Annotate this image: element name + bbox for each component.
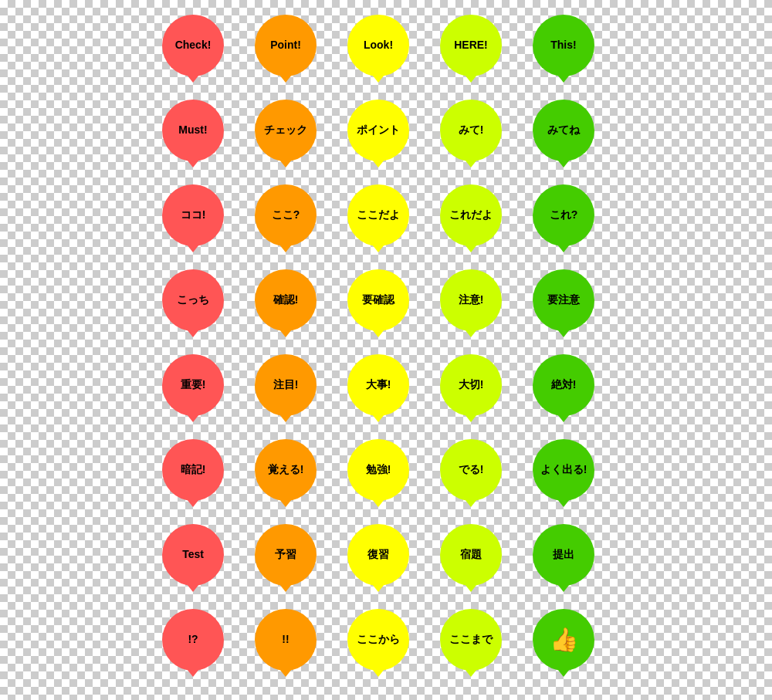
bubble-16: 確認! [255,269,317,331]
bubble-26: 覚える! [255,439,317,501]
bubble-22: 大事! [347,354,409,416]
bubble-15: こっち [162,269,224,331]
bubble-24: 絶対! [533,354,594,416]
bubble-2: Look! [347,15,409,76]
bubble-9: みてね [533,100,594,161]
bubble-36: !! [255,609,317,671]
bubble-5: Must! [162,100,224,161]
bubble-29: よく出る! [533,439,594,501]
bubble-33: 宿題 [440,524,502,586]
bubble-31: 予習 [255,524,317,586]
bubble-35: !? [162,609,224,671]
bubble-38: ここまで [440,609,502,671]
bubble-27: 勉強! [347,439,409,501]
bubble-25: 暗記! [162,439,224,501]
bubble-6: チェック [255,100,317,161]
bubble-12: ここだよ [347,184,409,246]
bubble-32: 復習 [347,524,409,586]
bubble-grid: Check!Point!Look!HERE!This!Must!チェックポイント… [147,0,625,700]
bubble-30: Test [162,524,224,586]
bubble-23: 大切! [440,354,502,416]
bubble-3: HERE! [440,15,502,76]
bubble-7: ポイント [347,100,409,161]
bubble-39: 👍 [533,609,594,671]
bubble-8: みて! [440,100,502,161]
bubble-17: 要確認 [347,269,409,331]
bubble-10: ココ! [162,184,224,246]
bubble-37: ここから [347,609,409,671]
bubble-28: でる! [440,439,502,501]
bubble-13: これだよ [440,184,502,246]
bubble-11: ここ? [255,184,317,246]
bubble-0: Check! [162,15,224,76]
bubble-14: これ? [533,184,594,246]
bubble-19: 要注意 [533,269,594,331]
bubble-34: 提出 [533,524,594,586]
bubble-1: Point! [255,15,317,76]
bubble-4: This! [533,15,594,76]
bubble-18: 注意! [440,269,502,331]
bubble-21: 注目! [255,354,317,416]
thumbs-icon: 👍 [550,626,578,654]
bubble-20: 重要! [162,354,224,416]
